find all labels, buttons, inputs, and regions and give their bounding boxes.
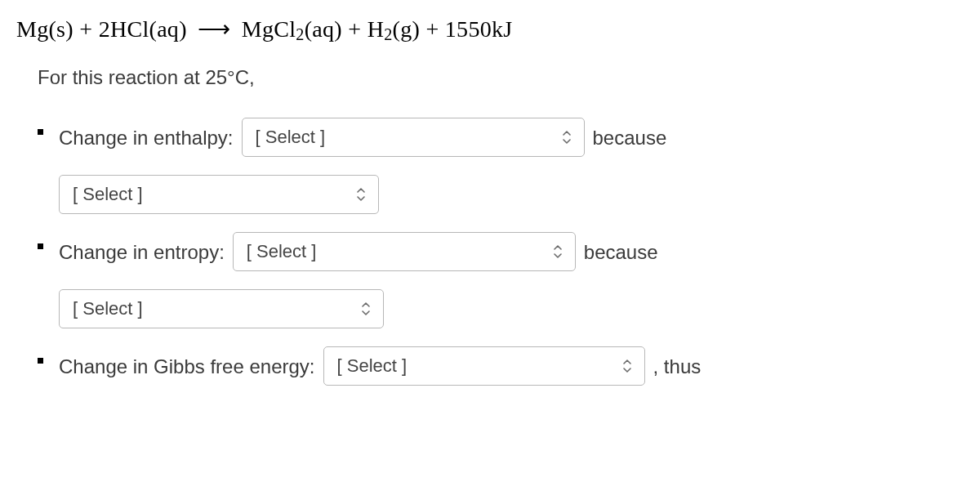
equation-sub2: 2 (384, 25, 392, 43)
list-item: Change in enthalpy: [ Select ] because [… (38, 118, 964, 214)
list-item: Change in Gibbs free energy: [ Select ] … (38, 346, 964, 386)
thus-text: , thus (653, 354, 702, 379)
enthalpy-select-1[interactable]: [ Select ] (242, 118, 585, 157)
reaction-equation: Mg(s) + 2HCl(aq) ⟶ MgCl2(aq) + H2(g) + 1… (16, 15, 964, 45)
select-placeholder: [ Select ] (247, 240, 317, 264)
select-placeholder: [ Select ] (337, 355, 408, 378)
select-placeholder: [ Select ] (73, 297, 143, 321)
entropy-select-2[interactable]: [ Select ] (59, 289, 384, 328)
entropy-select-1[interactable]: [ Select ] (233, 232, 576, 271)
because-text: because (584, 239, 658, 265)
select-placeholder: [ Select ] (73, 183, 143, 207)
equation-rhs-part3: (g) + 1550kJ (393, 16, 513, 42)
reaction-arrow: ⟶ (198, 15, 230, 44)
select-placeholder: [ Select ] (256, 126, 326, 150)
equation-rhs-part1: MgCl (242, 16, 296, 42)
because-text: because (593, 125, 667, 150)
enthalpy-select-2[interactable]: [ Select ] (59, 175, 379, 214)
entropy-label: Change in entropy: (59, 239, 225, 265)
chevron-up-down-icon (561, 129, 572, 145)
chevron-up-down-icon (360, 301, 372, 317)
list-item: Change in entropy: [ Select ] because [ … (38, 232, 964, 328)
enthalpy-label: Change in enthalpy: (59, 125, 234, 150)
gibbs-label: Change in Gibbs free energy: (59, 354, 315, 379)
chevron-up-down-icon (621, 358, 633, 374)
intro-text: For this reaction at 25°C, (38, 65, 964, 90)
equation-rhs-part2: (aq) + H (305, 16, 385, 42)
question-list: Change in enthalpy: [ Select ] because [… (16, 118, 964, 386)
equation-sub1: 2 (296, 25, 304, 43)
equation-lhs: Mg(s) + 2HCl(aq) (16, 16, 187, 42)
gibbs-select-1[interactable]: [ Select ] (323, 346, 645, 386)
chevron-up-down-icon (355, 186, 367, 203)
chevron-up-down-icon (552, 243, 564, 260)
